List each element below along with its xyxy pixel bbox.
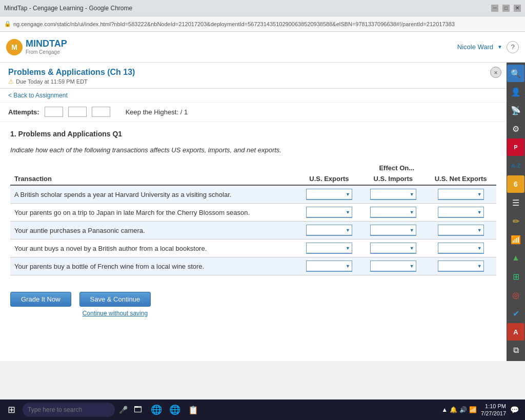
- us_net_exports-cell-2[interactable]: IncreasesDecreasesNo Change: [425, 222, 496, 239]
- help-button[interactable]: ?: [507, 41, 519, 53]
- us_imports-select-4[interactable]: IncreasesDecreasesNo Change: [370, 261, 416, 272]
- close-browser-button[interactable]: ✕: [514, 5, 521, 12]
- logo-text: MINDTAP From Cengage: [26, 39, 67, 55]
- keep-highest-value: / 1: [180, 108, 188, 116]
- sidebar-target-icon[interactable]: ◎: [507, 286, 524, 304]
- us_imports-cell-3[interactable]: IncreasesDecreasesNo Change: [361, 239, 425, 257]
- col-transaction: Transaction: [10, 173, 297, 185]
- url-text: ng.cengage.com/static/nb/ui/index.html?n…: [13, 21, 455, 27]
- us_net_exports-select-0[interactable]: IncreasesDecreasesNo Change: [438, 189, 484, 200]
- col-us-net-exports: U.S. Net Exports: [425, 173, 496, 185]
- us_net_exports-cell-1[interactable]: IncreasesDecreasesNo Change: [425, 204, 496, 222]
- us_imports-select-3[interactable]: IncreasesDecreasesNo Change: [370, 243, 416, 254]
- us_exports-select-4[interactable]: IncreasesDecreasesNo Change: [306, 261, 352, 272]
- us_net_exports-select-1[interactable]: IncreasesDecreasesNo Change: [438, 207, 484, 218]
- sidebar-drive-icon[interactable]: ▲: [507, 249, 524, 267]
- us_exports-select-1[interactable]: IncreasesDecreasesNo Change: [306, 207, 352, 218]
- address-bar: 🔒 ng.cengage.com/static/nb/ui/index.html…: [0, 16, 525, 32]
- logo-letter: M: [11, 43, 17, 51]
- us_imports-select-2[interactable]: IncreasesDecreasesNo Change: [370, 225, 416, 236]
- us_net_exports-cell-0[interactable]: IncreasesDecreasesNo Change: [425, 185, 496, 204]
- mindtap-logo: M MINDTAP From Cengage: [6, 39, 67, 55]
- attempt-box-1[interactable]: [45, 107, 63, 117]
- sidebar-az-icon[interactable]: A-Z: [507, 157, 524, 174]
- sidebar-pearson-icon[interactable]: P: [507, 138, 524, 156]
- us_imports-select-0[interactable]: IncreasesDecreasesNo Change: [370, 189, 416, 200]
- taskbar-search-input[interactable]: [23, 403, 115, 417]
- calc-taskbar-icon[interactable]: 📋: [185, 402, 201, 418]
- taskbar-icons: 🗔 🌐 🌐 📋: [130, 402, 201, 418]
- effect-table: Effect On... Transaction U.S. Exports U.…: [10, 164, 496, 275]
- sidebar-search-icon[interactable]: 🔍: [507, 65, 524, 82]
- us_net_exports-select-3[interactable]: IncreasesDecreasesNo Change: [438, 243, 484, 254]
- continue-without-saving-link[interactable]: Continue without saving: [83, 310, 148, 317]
- us_exports-select-3[interactable]: IncreasesDecreasesNo Change: [306, 243, 352, 254]
- due-date: ⚠ Due Today at 11:59 PM EDT: [8, 78, 498, 85]
- browser-taskbar-icon[interactable]: 🌐: [148, 402, 165, 418]
- actions-bottom: Save & Continue Continue without saving: [79, 292, 151, 317]
- sidebar-table-icon[interactable]: ⊞: [507, 268, 524, 285]
- from-cengage: From Cengage: [26, 49, 67, 55]
- us_imports-cell-0[interactable]: IncreasesDecreasesNo Change: [361, 185, 425, 204]
- due-date-text: Due Today at 11:59 PM EDT: [16, 78, 88, 85]
- grade-it-now-button[interactable]: Grade It Now: [10, 292, 71, 307]
- us_exports-cell-2[interactable]: IncreasesDecreasesNo Change: [297, 222, 361, 239]
- logo-icon: M: [6, 39, 23, 55]
- tray-icon-4: 📶: [469, 406, 477, 413]
- us_net_exports-select-2[interactable]: IncreasesDecreasesNo Change: [438, 225, 484, 236]
- sidebar-a-red-icon[interactable]: A: [507, 323, 524, 341]
- attempt-box-3[interactable]: [92, 107, 110, 117]
- us_net_exports-cell-4[interactable]: IncreasesDecreasesNo Change: [425, 257, 496, 275]
- sidebar-signal-icon[interactable]: 📶: [507, 231, 524, 248]
- browser-title: MindTap - Cengage Learning - Google Chro…: [4, 5, 491, 12]
- lock-icon: 🔒: [4, 21, 11, 27]
- microphone-icon: 🎤: [119, 406, 128, 414]
- us_imports-cell-2[interactable]: IncreasesDecreasesNo Change: [361, 222, 425, 239]
- sidebar-rss-icon[interactable]: 📡: [507, 102, 524, 119]
- us_net_exports-cell-3[interactable]: IncreasesDecreasesNo Change: [425, 239, 496, 257]
- us_imports-cell-1[interactable]: IncreasesDecreasesNo Change: [361, 204, 425, 222]
- sidebar-layers-icon[interactable]: ⧉: [507, 342, 524, 359]
- us_exports-select-0[interactable]: IncreasesDecreasesNo Change: [306, 189, 352, 200]
- chrome-taskbar-icon[interactable]: 🌐: [167, 402, 183, 418]
- start-button[interactable]: ⊞: [2, 401, 21, 419]
- sidebar-6-icon[interactable]: 6: [507, 175, 524, 193]
- due-icon: ⚠: [8, 78, 14, 85]
- us_net_exports-select-4[interactable]: IncreasesDecreasesNo Change: [438, 261, 484, 272]
- close-button[interactable]: ×: [490, 67, 501, 78]
- task-view-icon[interactable]: 🗔: [130, 402, 146, 418]
- mindtap-brand: MINDTAP: [26, 39, 67, 49]
- sidebar-checklist-icon[interactable]: ✔: [507, 305, 524, 322]
- back-to-assignment-link[interactable]: < Back to Assignment: [0, 89, 507, 103]
- us_imports-select-1[interactable]: IncreasesDecreasesNo Change: [370, 207, 416, 218]
- us_exports-cell-4[interactable]: IncreasesDecreasesNo Change: [297, 257, 361, 275]
- user-dropdown-icon[interactable]: ▼: [497, 44, 502, 50]
- user-name[interactable]: Nicole Ward: [457, 43, 493, 51]
- col-us-imports: U.S. Imports: [361, 173, 425, 185]
- sidebar-list-icon[interactable]: ☰: [507, 194, 524, 211]
- question-container: 1. Problems and Applications Q1 Indicate…: [0, 122, 507, 284]
- sidebar-settings-icon[interactable]: ⚙: [507, 120, 524, 137]
- us_exports-cell-0[interactable]: IncreasesDecreasesNo Change: [297, 185, 361, 204]
- us_exports-cell-3[interactable]: IncreasesDecreasesNo Change: [297, 239, 361, 257]
- maximize-button[interactable]: □: [502, 5, 510, 12]
- transaction-cell: Your aunt buys a novel by a British auth…: [10, 239, 297, 257]
- main-panel: Problems & Applications (Ch 13) ⚠ Due To…: [0, 63, 507, 361]
- sidebar-user-icon[interactable]: 👤: [507, 83, 524, 101]
- us_exports-cell-1[interactable]: IncreasesDecreasesNo Change: [297, 204, 361, 222]
- assignment-title: Problems & Applications (Ch 13): [8, 68, 498, 77]
- table-row: A British scholar spends a year at Harva…: [10, 185, 496, 204]
- date-display: 7/27/2017: [481, 410, 506, 417]
- taskbar: ⊞ 🎤 🗔 🌐 🌐 📋 ▲ 🔔 🔊 📶 1:10 PM 7/27/2017 💬: [0, 399, 525, 420]
- question-number: 1. Problems and Applications Q1: [10, 130, 496, 138]
- time-display: 1:10 PM: [481, 403, 506, 410]
- table-row: Your parents buy a bottle of French wine…: [10, 257, 496, 275]
- save-continue-button[interactable]: Save & Continue: [79, 292, 151, 307]
- minimize-button[interactable]: ─: [491, 5, 498, 12]
- attempts-label: Attempts:: [8, 108, 39, 116]
- sidebar-pencil-icon[interactable]: ✏: [507, 212, 524, 230]
- right-sidebar: 🔍 👤 📡 ⚙ P A-Z 6 ☰ ✏ 📶 ▲ ⊞ ◎ ✔ A ⧉: [507, 63, 525, 361]
- attempt-box-2[interactable]: [68, 107, 87, 117]
- us_exports-select-2[interactable]: IncreasesDecreasesNo Change: [306, 225, 352, 236]
- us_imports-cell-4[interactable]: IncreasesDecreasesNo Change: [361, 257, 425, 275]
